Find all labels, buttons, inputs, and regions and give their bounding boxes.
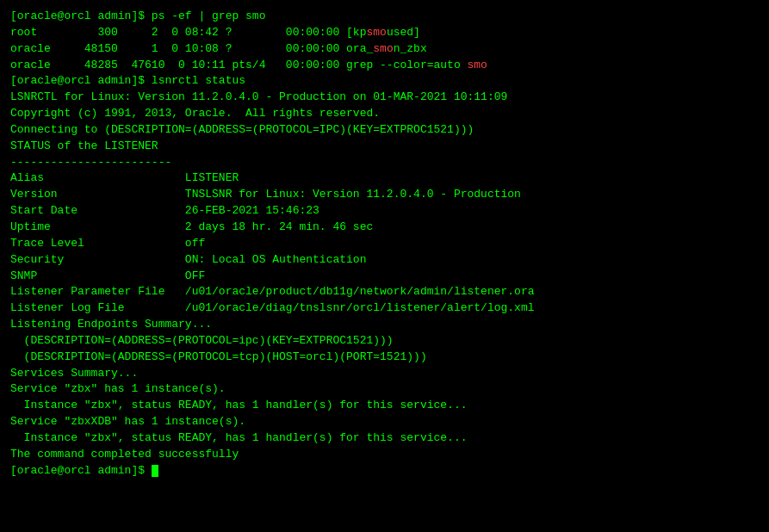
terminal-line-start_date: Start Date 26-FEB-2021 15:46:23: [10, 203, 759, 220]
terminal-text: Uptime 2 days 18 hr. 24 min. 46 sec: [10, 220, 373, 233]
terminal-text: Services Summary...: [10, 367, 138, 380]
terminal-line-endpoint1: (DESCRIPTION=(ADDRESS=(PROTOCOL=ipc)(KEY…: [10, 333, 759, 350]
terminal-text: The command completed successfully: [10, 448, 239, 461]
terminal-line-alias: Alias LISTENER: [10, 170, 759, 187]
terminal-text: [oracle@orcl admin]$ ps -ef | grep smo: [10, 9, 265, 22]
terminal: [oracle@orcl admin]$ ps -ef | grep smoro…: [10, 9, 759, 479]
terminal-text: oracle 48150 1 0 10:08 ? 00:00:00 ora_: [10, 42, 373, 55]
terminal-line-security: Security ON: Local OS Authentication: [10, 252, 759, 269]
terminal-line-lsnrctl_ver: LSNRCTL for Linux: Version 11.2.0.4.0 - …: [10, 90, 759, 106]
terminal-line-row1: root 300 2 0 08:42 ? 00:00:00 [kpsmoused…: [10, 25, 759, 41]
terminal-line-listener_log: Listener Log File /u01/oracle/diag/tnsls…: [10, 300, 759, 317]
terminal-text: Alias LISTENER: [10, 171, 239, 184]
terminal-text: smo: [373, 42, 393, 55]
terminal-text: smo: [468, 59, 487, 71]
terminal-text: ------------------------: [10, 156, 171, 169]
terminal-text: used]: [387, 26, 420, 39]
terminal-text: [oracle@orcl admin]$: [10, 464, 152, 477]
terminal-line-row3: oracle 48285 47610 0 10:11 pts/4 00:00:0…: [10, 58, 759, 74]
terminal-text: Instance "zbx", status READY, has 1 hand…: [10, 431, 468, 444]
terminal-line-copyright: Copyright (c) 1991, 2013, Oracle. All ri…: [10, 106, 759, 122]
terminal-text: Listening Endpoints Summary...: [10, 318, 212, 331]
terminal-line-prompt1: [oracle@orcl admin]$ ps -ef | grep smo: [10, 9, 759, 25]
terminal-text: Security ON: Local OS Authentication: [10, 253, 366, 266]
terminal-line-prompt3: [oracle@orcl admin]$: [10, 463, 759, 479]
terminal-text: Listener Log File /u01/oracle/diag/tnsls…: [10, 301, 535, 314]
terminal-line-endpoints_summary: Listening Endpoints Summary...: [10, 317, 759, 333]
terminal-text: smo: [366, 26, 386, 39]
terminal-text: Start Date 26-FEB-2021 15:46:23: [10, 204, 319, 217]
terminal-line-connecting: Connecting to (DESCRIPTION=(ADDRESS=(PRO…: [10, 122, 759, 139]
terminal-line-uptime: Uptime 2 days 18 hr. 24 min. 46 sec: [10, 220, 759, 236]
terminal-line-version: Version TNSLSNR for Linux: Version 11.2.…: [10, 187, 759, 203]
terminal-text: root 300 2 0 08:42 ? 00:00:00 [kp: [10, 26, 366, 39]
terminal-line-services_summary: Services Summary...: [10, 366, 759, 382]
terminal-text: Connecting to (DESCRIPTION=(ADDRESS=(PRO…: [10, 123, 474, 136]
terminal-line-instance_zbx: Instance "zbx", status READY, has 1 hand…: [10, 398, 759, 414]
terminal-line-service_zbxXDB: Service "zbxXDB" has 1 instance(s).: [10, 414, 759, 430]
terminal-line-divider: ------------------------: [10, 155, 759, 171]
terminal-line-completed: The command completed successfully: [10, 447, 759, 463]
cursor: [152, 465, 158, 477]
terminal-text: Copyright (c) 1991, 2013, Oracle. All ri…: [10, 107, 380, 120]
terminal-line-status_header: STATUS of the LISTENER: [10, 139, 759, 155]
terminal-line-trace_level: Trace Level off: [10, 236, 759, 252]
terminal-text: oracle 48285 47610 0 10:11 pts/4 00:00:0…: [10, 59, 468, 71]
terminal-line-row2: oracle 48150 1 0 10:08 ? 00:00:00 ora_sm…: [10, 41, 759, 58]
terminal-text: SNMP OFF: [10, 269, 205, 282]
terminal-line-listener_param: Listener Parameter File /u01/oracle/prod…: [10, 284, 759, 300]
terminal-text: (DESCRIPTION=(ADDRESS=(PROTOCOL=ipc)(KEY…: [10, 334, 394, 347]
terminal-text: LSNRCTL for Linux: Version 11.2.0.4.0 - …: [10, 90, 507, 103]
terminal-text: Listener Parameter File /u01/oracle/prod…: [10, 285, 535, 298]
terminal-line-prompt2: [oracle@orcl admin]$ lsnrctl status: [10, 73, 759, 90]
terminal-text: [oracle@orcl admin]$ lsnrctl status: [10, 74, 245, 87]
terminal-text: Service "zbx" has 1 instance(s).: [10, 382, 226, 395]
terminal-line-snmp: SNMP OFF: [10, 269, 759, 285]
terminal-text: Version TNSLSNR for Linux: Version 11.2.…: [10, 188, 521, 201]
terminal-text: n_zbx: [394, 42, 427, 55]
terminal-text: Trace Level off: [10, 237, 205, 250]
terminal-text: STATUS of the LISTENER: [10, 139, 158, 152]
terminal-text: (DESCRIPTION=(ADDRESS=(PROTOCOL=tcp)(HOS…: [10, 350, 427, 363]
terminal-text: Instance "zbx", status READY, has 1 hand…: [10, 399, 468, 411]
terminal-line-service_zbx: Service "zbx" has 1 instance(s).: [10, 381, 759, 398]
terminal-line-instance_zbxXDB: Instance "zbx", status READY, has 1 hand…: [10, 430, 759, 447]
terminal-text: Service "zbxXDB" has 1 instance(s).: [10, 415, 245, 428]
terminal-line-endpoint2: (DESCRIPTION=(ADDRESS=(PROTOCOL=tcp)(HOS…: [10, 350, 759, 366]
